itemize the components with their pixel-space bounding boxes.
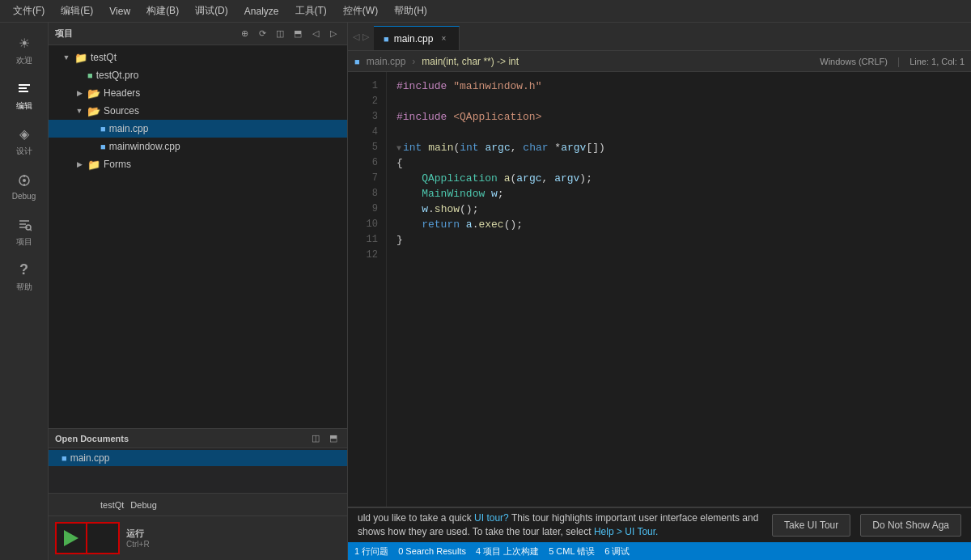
svg-line-8	[30, 229, 32, 231]
menu-edit[interactable]: 编辑(E)	[54, 1, 100, 21]
menu-view[interactable]: View	[103, 2, 137, 20]
sidebar-item-edit[interactable]: 编辑	[3, 74, 45, 117]
panel-filter-btn[interactable]: ⊕	[237, 27, 252, 41]
tree-item-pro[interactable]: ■ testQt.pro	[49, 66, 347, 84]
headers-icon: 📂	[87, 87, 100, 100]
code-line-1: #include "mainwindow.h"	[396, 78, 965, 94]
tab-main-cpp[interactable]: ■ main.cpp ×	[374, 26, 460, 50]
code-line-4	[396, 125, 965, 140]
notification-bar: uld you like to take a quick UI tour? Th…	[348, 507, 971, 542]
sidebar-item-help-label: 帮助	[16, 282, 32, 293]
ln-6: 6	[348, 155, 378, 171]
ln-12: 12	[348, 248, 378, 263]
menu-tools[interactable]: 工具(T)	[289, 1, 333, 21]
sidebar-item-design-label: 设计	[16, 146, 32, 157]
tree-item-mainwindow-cpp[interactable]: ■ mainwindow.cpp	[49, 138, 347, 155]
menu-debug[interactable]: 调试(D)	[189, 1, 235, 21]
run-button[interactable]	[55, 522, 87, 554]
run-shortcut: Ctrl+R	[126, 540, 150, 549]
menu-file[interactable]: 文件(F)	[6, 1, 51, 21]
status-line-ending[interactable]: Windows (CRLF)	[820, 57, 888, 66]
fold-arrow-5[interactable]: ▼	[396, 141, 401, 156]
run-label-box	[87, 522, 120, 554]
tab-close-btn[interactable]: ×	[438, 33, 449, 45]
tree-item-root[interactable]: ▼ 📁 testQt	[49, 49, 347, 66]
sidebar-item-edit-label: 编辑	[16, 100, 32, 112]
secondary-status-right: Windows (CRLF) | Line: 1, Col: 1	[820, 56, 965, 67]
root-folder-icon: 📁	[74, 52, 87, 64]
sidebar-item-welcome-label: 欢迎	[16, 55, 32, 66]
menu-analyze[interactable]: Analyze	[238, 2, 286, 20]
panel-nav-left-btn[interactable]: ◁	[308, 27, 323, 41]
status-cml[interactable]: 5 CML 错误	[549, 545, 595, 558]
code-line-10: return a.exec();	[396, 217, 965, 232]
panel-sync-btn[interactable]: ⟳	[255, 27, 269, 41]
design-icon: ◈	[15, 125, 33, 143]
status-build[interactable]: 4 项目 上次构建	[476, 545, 539, 558]
panel-nav-right-btn[interactable]: ▷	[326, 27, 341, 41]
code-content[interactable]: #include "mainwindow.h" #include <QAppli…	[387, 72, 971, 507]
tab-nav-right-btn[interactable]: ▷	[363, 32, 369, 42]
open-doc-item-main[interactable]: ■ main.cpp	[49, 450, 347, 466]
ln-4: 4	[348, 125, 378, 140]
menu-help[interactable]: 帮助(H)	[388, 1, 434, 21]
ln-11: 11	[348, 232, 378, 248]
tab-nav-left-btn[interactable]: ◁	[353, 32, 359, 42]
svg-rect-1	[19, 87, 27, 89]
project-icon	[15, 216, 33, 234]
open-docs-panel: Open Documents ◫ ⬒ ■ main.cpp	[49, 428, 347, 493]
sidebar-item-help[interactable]: ? 帮助	[3, 256, 45, 298]
code-line-6: {	[396, 155, 965, 171]
ln-1: 1	[348, 78, 378, 94]
open-docs-btn1[interactable]: ◫	[308, 431, 323, 446]
run-label: 运行	[126, 528, 150, 540]
tree-item-main-cpp[interactable]: ■ main.cpp	[49, 120, 347, 138]
notification-highlight: UI tour?	[474, 512, 509, 524]
open-docs-title: Open Documents	[55, 434, 305, 443]
tab-label: main.cpp	[394, 33, 434, 45]
status-issues[interactable]: 1 行问题	[354, 545, 388, 558]
svg-point-4	[23, 179, 26, 182]
debug-icon	[15, 172, 33, 189]
status-position[interactable]: Line: 1, Col: 1	[910, 57, 965, 66]
panel-float-btn[interactable]: ⬒	[290, 27, 305, 41]
secondary-filename: main.cpp	[367, 56, 406, 67]
panel-collapse-btn[interactable]: ◫	[273, 27, 287, 41]
do-not-show-button[interactable]: Do Not Show Aga	[860, 514, 961, 537]
code-line-12	[396, 248, 965, 263]
status-bar: 1 行问题 0 Search Results 4 项目 上次构建 5 CML 错…	[348, 542, 971, 560]
panel-header-icons: ⊕ ⟳ ◫ ⬒ ◁ ▷	[237, 27, 341, 41]
menu-build[interactable]: 构建(B)	[140, 1, 185, 21]
sidebar-item-welcome[interactable]: ☀ 欢迎	[3, 29, 45, 71]
status-debug[interactable]: 6 调试	[604, 545, 630, 558]
main-cpp-icon: ■	[100, 124, 106, 134]
secondary-sep: ›	[412, 56, 415, 67]
headers-arrow: ▶	[74, 88, 84, 98]
open-docs-btn2[interactable]: ⬒	[326, 431, 341, 446]
sidebar-item-project[interactable]: 项目	[3, 210, 45, 252]
project-kit-label: testQt	[100, 500, 124, 510]
welcome-icon: ☀	[15, 35, 33, 53]
editor-area: ◁ ▷ ■ main.cpp × ■ main.cpp › main(int, …	[348, 23, 971, 560]
mainwindow-cpp-label: mainwindow.cpp	[109, 141, 180, 152]
root-arrow: ▼	[61, 53, 71, 62]
status-search[interactable]: 0 Search Results	[398, 546, 466, 556]
ln-9: 9	[348, 202, 378, 217]
help-icon: ?	[15, 261, 33, 279]
secondary-function: main(int, char **) -> int	[422, 56, 519, 67]
open-docs-list: ■ main.cpp	[49, 448, 347, 468]
menu-controls[interactable]: 控件(W)	[337, 1, 384, 21]
ln-10: 10	[348, 217, 378, 232]
take-tour-button[interactable]: Take UI Tour	[772, 514, 850, 537]
file-panel-header: 项目 ⊕ ⟳ ◫ ⬒ ◁ ▷	[49, 23, 347, 45]
ln-2: 2	[348, 94, 378, 109]
tree-item-forms[interactable]: ▶ 📁 Forms	[49, 155, 347, 173]
testqt-debug-bar: testQt Debug	[49, 493, 347, 515]
pro-icon: ■	[87, 70, 93, 80]
tree-item-headers[interactable]: ▶ 📂 Headers	[49, 84, 347, 102]
sidebar-item-debug[interactable]: Debug	[3, 165, 45, 207]
svg-rect-2	[19, 91, 28, 92]
main-layout: ☀ 欢迎 编辑 ◈ 设计	[0, 23, 971, 560]
sidebar-item-design[interactable]: ◈ 设计	[3, 120, 45, 162]
tree-item-sources[interactable]: ▼ 📂 Sources	[49, 102, 347, 120]
